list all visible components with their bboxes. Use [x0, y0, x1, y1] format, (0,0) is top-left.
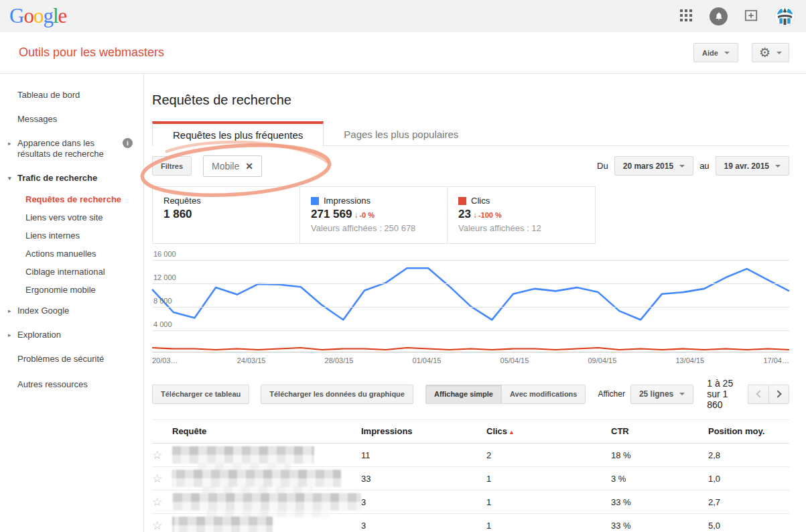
- arrow-down-icon: ↓: [354, 210, 358, 220]
- sort-ascending-icon: ▲: [509, 429, 515, 436]
- date-to-value: 19 avr. 2015: [724, 161, 769, 171]
- sidebar-item-security-issues[interactable]: Problèmes de sécurité: [0, 347, 143, 371]
- stat-clicks-label: Clics: [471, 196, 490, 206]
- sidebar-item-dashboard[interactable]: Tableau de bord: [0, 83, 143, 107]
- redacted-query[interactable]: [172, 493, 361, 511]
- sidebar-item-label: Ergonomie mobile: [25, 285, 96, 295]
- sidebar-item-search-queries[interactable]: Requêtes de recherche: [0, 190, 143, 208]
- table-row: ☆ 11 2 18 % 2,8: [152, 444, 789, 467]
- sidebar-item-label: Requêtes de recherche: [25, 194, 121, 204]
- tab-top-pages[interactable]: Pages les plus populaires: [324, 123, 478, 145]
- chevron-down-icon: [724, 52, 730, 54]
- apps-grid-icon[interactable]: [680, 9, 693, 23]
- chevron-right-icon: ▸: [8, 306, 11, 316]
- cell-clicks: 2: [486, 444, 611, 467]
- notifications-bell-icon[interactable]: [710, 7, 728, 25]
- bell-glyph: [714, 11, 724, 21]
- app-bar: Outils pour les webmasters Aide ⚙: [0, 32, 806, 74]
- google-bar: Google: [0, 0, 806, 32]
- column-header-impressions[interactable]: Impressions: [361, 420, 486, 444]
- chart-x-tick-label: 28/03/15: [325, 356, 354, 364]
- cell-ctr: 33 %: [611, 514, 708, 532]
- star-icon[interactable]: ☆: [152, 449, 162, 462]
- chevron-right-icon: [774, 390, 781, 397]
- sidebar-item-links-to-site[interactable]: Liens vers votre site: [0, 208, 143, 226]
- sidebar-item-messages[interactable]: Messages: [0, 107, 143, 131]
- chart-x-tick-label: 05/04/15: [500, 356, 529, 364]
- previous-page-button[interactable]: [748, 385, 768, 404]
- redacted-query[interactable]: [172, 517, 273, 532]
- sidebar-item-google-index[interactable]: ▸ Index Google: [0, 299, 143, 323]
- view-simple-button[interactable]: Affichage simple: [425, 385, 502, 404]
- sidebar-item-international-targeting[interactable]: Ciblage international: [0, 263, 143, 281]
- sidebar-item-mobile-usability[interactable]: Ergonomie mobile: [0, 281, 143, 299]
- redacted-query[interactable]: [172, 470, 341, 487]
- download-table-button[interactable]: Télécharger ce tableau: [152, 385, 249, 404]
- main-content: Requêtes de recherche Requêtes les plus …: [144, 74, 806, 532]
- pagination: [748, 385, 789, 404]
- next-page-button[interactable]: [768, 385, 789, 404]
- date-to-label: au: [699, 161, 709, 171]
- rows-per-page-select[interactable]: 25 lignes: [630, 385, 693, 404]
- download-chart-data-button[interactable]: Télécharger les données du graphique: [261, 385, 413, 404]
- column-header-query[interactable]: Requête: [172, 420, 361, 444]
- chevron-right-icon: ▸: [8, 138, 11, 149]
- column-header-ctr[interactable]: CTR: [611, 420, 708, 444]
- rows-per-page-value: 25 lignes: [639, 389, 673, 399]
- clicks-delta-value: -100 %: [478, 211, 502, 219]
- sidebar-item-label: Problèmes de sécurité: [17, 354, 104, 364]
- sidebar-item-search-appearance[interactable]: ▸ Apparence dans les résultats de recher…: [0, 131, 143, 166]
- view-with-changes-button[interactable]: Avec modifications: [501, 385, 586, 404]
- tab-top-queries[interactable]: Requêtes les plus fréquentes: [152, 121, 324, 146]
- clicks-delta: ↓ -100 %: [473, 210, 502, 220]
- help-button[interactable]: Aide: [693, 43, 738, 62]
- chart-gridline: [152, 260, 789, 261]
- star-icon[interactable]: ☆: [152, 519, 162, 532]
- date-from-label: Du: [597, 161, 608, 171]
- clicks-legend-swatch: [458, 197, 466, 205]
- sidebar-item-manual-actions[interactable]: Actions manuelles: [0, 245, 143, 263]
- filters-button[interactable]: Filtres: [152, 156, 192, 176]
- date-from-button[interactable]: 20 mars 2015: [614, 156, 693, 176]
- redacted-query[interactable]: [172, 446, 314, 464]
- google-logo[interactable]: Google: [9, 0, 66, 32]
- stat-queries: Requêtes 1 860: [153, 187, 300, 243]
- star-icon[interactable]: ☆: [152, 472, 162, 485]
- column-header-position[interactable]: Position moy.: [708, 420, 789, 444]
- sidebar-item-label: Tableau de bord: [17, 90, 80, 100]
- settings-button[interactable]: ⚙: [752, 43, 789, 62]
- account-avatar[interactable]: [775, 6, 795, 27]
- sidebar-item-internal-links[interactable]: Liens internes: [0, 226, 143, 245]
- avatar-logo: [775, 7, 795, 26]
- app-title: Outils pour les webmasters: [19, 46, 693, 60]
- chevron-down-icon: [679, 393, 685, 395]
- column-header-clicks-sorted[interactable]: Clics▲: [486, 420, 611, 444]
- sidebar-item-search-traffic[interactable]: ▾ Trafic de recherche: [0, 166, 143, 190]
- chart-x-tick-label: 01/04/15: [413, 356, 442, 364]
- cell-impressions: 3: [361, 490, 486, 514]
- sidebar-item-crawl[interactable]: ▸ Exploration: [0, 323, 143, 347]
- star-icon[interactable]: ☆: [152, 496, 162, 509]
- sidebar-item-label: Liens vers votre site: [25, 212, 103, 222]
- traffic-chart: 16 00012 0008 0004 000 20/03…24/03/1528/…: [152, 252, 789, 364]
- impressions-shown-values: Valeurs affichées : 250 678: [311, 223, 436, 233]
- cell-position: 2,7: [708, 490, 789, 514]
- cell-clicks: 1: [486, 467, 611, 490]
- info-icon[interactable]: i: [123, 138, 133, 148]
- table-row: ☆ 33 1 3 % 1,0: [152, 467, 789, 490]
- date-to-button[interactable]: 19 avr. 2015: [716, 156, 789, 176]
- add-property-icon[interactable]: [744, 9, 758, 23]
- chart-y-tick-label: 12 000: [153, 273, 176, 281]
- add-property-glyph: [744, 9, 758, 23]
- filter-chip-mobile[interactable]: Mobile ✕: [203, 155, 262, 177]
- logo-letter: e: [58, 0, 67, 32]
- cell-impressions: 11: [361, 444, 486, 467]
- table-row: ☆ 3 1 33 % 5,0: [152, 514, 789, 532]
- chart-gridline: [152, 283, 789, 284]
- sidebar-item-label: Autres ressources: [17, 379, 88, 389]
- gear-icon: ⚙: [759, 46, 770, 59]
- close-icon[interactable]: ✕: [245, 161, 253, 172]
- arrow-down-icon: ↓: [473, 210, 477, 220]
- chart-plot-area: 16 00012 0008 0004 000: [152, 252, 789, 352]
- sidebar-item-other-resources[interactable]: Autres ressources: [0, 371, 143, 397]
